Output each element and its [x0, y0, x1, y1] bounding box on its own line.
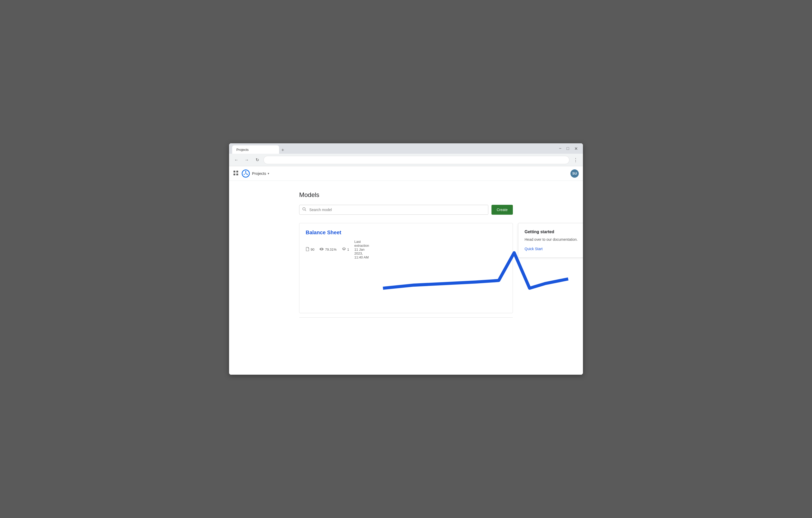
svg-point-5	[245, 171, 246, 172]
forward-button[interactable]: →	[242, 156, 251, 164]
svg-line-9	[305, 210, 306, 211]
titlebar: Projects + − □ ✕	[229, 143, 583, 154]
model-name-link[interactable]: Balance Sheet	[306, 230, 369, 235]
quick-start-link[interactable]: Quick Start	[525, 247, 543, 251]
reload-button[interactable]: ↻	[253, 156, 261, 164]
tab-bar: Projects +	[232, 143, 555, 154]
search-create-row: Create	[299, 205, 513, 215]
version-item: 1	[342, 247, 349, 252]
grid-icon[interactable]	[233, 170, 238, 177]
version-value: 1	[347, 248, 349, 252]
svg-point-7	[244, 174, 245, 175]
getting-started-description: Head over to our documentation.	[525, 237, 583, 242]
document-icon	[306, 247, 309, 252]
svg-rect-3	[236, 174, 238, 175]
titlebar-actions: − □ ✕	[557, 145, 580, 152]
getting-started-title: Getting started	[525, 230, 583, 234]
browser-window: Projects + − □ ✕ ← → ↻ ⋮	[229, 143, 583, 375]
svg-rect-1	[236, 171, 238, 172]
tab-label: Projects	[236, 148, 249, 152]
model-info: Balance Sheet 90	[306, 230, 369, 259]
active-tab[interactable]: Projects	[232, 145, 279, 154]
main-content: Models Create Balance S	[229, 181, 583, 375]
last-extraction-text: Last extraction 11 Jan 2023, 11:40 AM	[354, 240, 369, 259]
accuracy-value: 79.31%	[325, 248, 337, 252]
search-input[interactable]	[299, 205, 488, 215]
new-tab-button[interactable]: +	[279, 146, 286, 154]
search-wrapper	[299, 205, 488, 215]
app-header: Projects ▾ SU	[229, 166, 583, 181]
model-divider	[299, 317, 513, 318]
accuracy-item: 79.31%	[319, 247, 337, 252]
minimize-button[interactable]: −	[557, 145, 563, 152]
last-extraction-item: Last extraction 11 Jan 2023, 11:40 AM	[354, 240, 369, 259]
doc-count: 90	[311, 248, 314, 252]
app-title-label: Projects	[252, 171, 266, 176]
projects-dropdown-button[interactable]: Projects ▾	[252, 171, 269, 176]
doc-count-item: 90	[306, 247, 314, 252]
accuracy-icon	[319, 247, 324, 252]
search-icon	[302, 207, 307, 212]
close-button[interactable]: ✕	[572, 145, 580, 152]
back-button[interactable]: ←	[232, 156, 240, 164]
model-card[interactable]: Balance Sheet 90	[299, 223, 513, 313]
create-button[interactable]: Create	[491, 205, 513, 215]
maximize-button[interactable]: □	[564, 145, 571, 152]
app-logo	[241, 169, 250, 178]
model-section: Balance Sheet 90	[299, 223, 513, 318]
avatar[interactable]: SU	[571, 169, 579, 178]
svg-rect-0	[233, 171, 235, 172]
address-bar[interactable]	[263, 156, 570, 164]
svg-rect-2	[233, 174, 235, 175]
new-tab-icon: +	[282, 147, 284, 153]
getting-started-panel: Getting started Head over to our documen…	[518, 223, 583, 258]
content-inner: Models Create Balance S	[289, 191, 523, 318]
layers-icon	[342, 247, 346, 252]
chevron-down-icon: ▾	[268, 172, 269, 175]
page-title: Models	[299, 191, 513, 199]
more-options-button[interactable]: ⋮	[572, 156, 580, 164]
model-meta: 90 79.31%	[306, 240, 369, 259]
browser-toolbar: ← → ↻ ⋮	[229, 154, 583, 166]
svg-point-6	[247, 174, 248, 175]
